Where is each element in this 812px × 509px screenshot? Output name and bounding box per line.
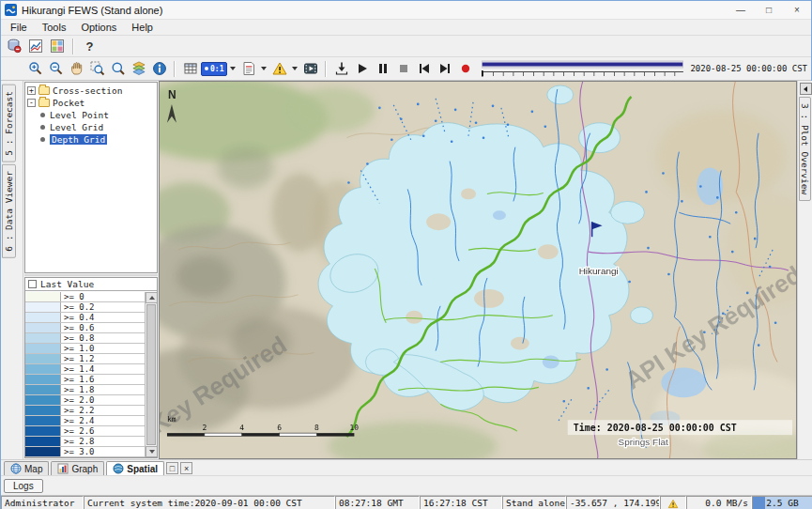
status-warning[interactable]: [660, 496, 686, 509]
interval-dropdown-icon[interactable]: [230, 67, 236, 70]
tree-leaf-depth-grid[interactable]: Depth Grid: [27, 133, 157, 146]
tree-label[interactable]: Cross-section: [53, 85, 122, 96]
maximize-button[interactable]: □: [755, 1, 783, 19]
dock-tab-bar: Map Graph Spatial □ ×: [1, 459, 812, 475]
tree-label[interactable]: Level Grid: [50, 122, 103, 132]
grid-display-button[interactable]: [47, 37, 67, 56]
panel-splitter[interactable]: [24, 274, 158, 276]
legend-value: >= 0.2: [61, 302, 145, 312]
legend-row: >= 2.2: [25, 406, 145, 416]
time-slider[interactable]: [482, 60, 683, 77]
skip-end-button[interactable]: [435, 59, 454, 79]
close-button[interactable]: ×: [783, 1, 811, 19]
map-viewport[interactable]: API Key Required API Key Required Hikura…: [159, 81, 797, 459]
tab-forecast[interactable]: 5 : Forecast: [2, 85, 16, 162]
time-interval-button[interactable]: 0:1: [201, 62, 227, 76]
tab-data-viewer[interactable]: 6 : Data Viewer: [2, 164, 16, 258]
tab-spatial[interactable]: Spatial: [106, 461, 164, 475]
tree-label[interactable]: Pocket: [53, 98, 84, 108]
legend-swatch: [25, 375, 61, 384]
scale-tick: 10: [350, 424, 360, 432]
scroll-up-icon[interactable]: [146, 292, 158, 303]
menu-bar: File Tools Options Help: [1, 20, 811, 36]
animation-button[interactable]: [300, 59, 320, 79]
help-button[interactable]: ?: [80, 37, 100, 56]
pause-button[interactable]: [373, 59, 392, 79]
tab-graph[interactable]: Graph: [51, 461, 104, 475]
layer-dot-icon: [40, 125, 45, 130]
time-series-icon: [28, 39, 43, 54]
tab-plot-overview[interactable]: 3 : Plot Overview: [799, 97, 811, 201]
app-icon: [5, 4, 17, 16]
stop-button[interactable]: [393, 59, 413, 79]
zoom-in-button[interactable]: [25, 59, 45, 79]
scrollbar-thumb[interactable]: [146, 304, 156, 445]
interval-label: 0:1: [210, 65, 223, 73]
tree-label[interactable]: Level Point: [50, 110, 109, 120]
logs-button[interactable]: Logs: [4, 479, 43, 493]
legend-value: >= 1.0: [61, 344, 145, 353]
title-bar: Hikurangi FEWS (Stand alone) — □ ×: [1, 1, 811, 20]
menu-file[interactable]: File: [3, 20, 35, 35]
legend-row: >= 2.0: [25, 395, 145, 406]
skip-start-button[interactable]: [414, 59, 434, 79]
globe-icon: [10, 463, 22, 474]
menu-tools[interactable]: Tools: [35, 20, 74, 35]
menu-help[interactable]: Help: [124, 20, 161, 35]
scale-unit-label: km: [167, 415, 176, 424]
tree-leaf-level-grid[interactable]: Level Grid: [27, 121, 157, 133]
scroll-down-icon[interactable]: [146, 446, 158, 457]
export-button[interactable]: [331, 59, 351, 79]
pan-button[interactable]: [67, 59, 86, 79]
zoom-extent-button[interactable]: [108, 59, 128, 79]
last-value-checkbox[interactable]: [28, 280, 37, 288]
tree-node-cross-section[interactable]: + Cross-section: [27, 85, 157, 97]
record-icon: [460, 63, 471, 74]
tree-label-selected[interactable]: Depth Grid: [50, 134, 107, 145]
zoom-box-button[interactable]: [87, 59, 107, 79]
tree-node-pocket[interactable]: - Pocket: [27, 97, 157, 109]
map-toolbar: 0:1: [1, 57, 811, 81]
threshold-warning-button[interactable]: [269, 59, 289, 79]
legend-scrollbar[interactable]: [145, 292, 157, 457]
expand-icon[interactable]: +: [27, 86, 36, 95]
status-coordinates: -35.657 , 174.199: [566, 496, 660, 509]
play-icon: [357, 63, 368, 74]
collapse-icon[interactable]: -: [27, 99, 36, 107]
tab-map[interactable]: Map: [4, 461, 49, 475]
report-button[interactable]: [238, 59, 258, 79]
time-series-display-button[interactable]: [25, 37, 45, 56]
legend-header: Last Value: [25, 278, 157, 291]
legend-row: >= 0: [25, 292, 145, 302]
report-dropdown-icon[interactable]: [261, 67, 267, 70]
grid-layer-button[interactable]: [180, 59, 200, 79]
info-button[interactable]: [149, 59, 169, 79]
map-canvas[interactable]: API Key Required API Key Required Hikura…: [160, 82, 796, 458]
status-cst-time: 16:27:18 CST: [420, 496, 502, 509]
layers-button[interactable]: [129, 59, 148, 79]
warning-dropdown-icon[interactable]: [292, 67, 298, 70]
legend-swatch: [25, 323, 61, 332]
minimize-button[interactable]: —: [727, 1, 755, 19]
scale-tick: 6: [277, 424, 282, 432]
legend-value: >= 1.8: [61, 385, 145, 394]
zoom-extent-icon: [111, 61, 126, 76]
svg-text:Time: 2020-08-25 00:00:00 CST: Time: 2020-08-25 00:00:00 CST: [574, 423, 737, 433]
collapse-strip-button[interactable]: [800, 83, 812, 95]
legend-row: >= 3.0: [25, 447, 145, 457]
close-panel-button[interactable]: ×: [180, 462, 192, 474]
left-tab-strip: 5 : Forecast 6 : Data Viewer: [1, 81, 23, 459]
zoom-out-button[interactable]: [46, 59, 66, 79]
menu-options[interactable]: Options: [73, 20, 124, 35]
tree-leaf-level-point[interactable]: Level Point: [27, 109, 157, 121]
play-button[interactable]: [352, 59, 372, 79]
legend-swatch: [25, 292, 61, 301]
tab-graph-label: Graph: [71, 464, 98, 474]
legend-row: >= 2.6: [25, 426, 145, 437]
legend-swatch: [25, 395, 61, 405]
tab-spatial-label: Spatial: [127, 464, 158, 474]
float-panel-button[interactable]: □: [166, 462, 178, 474]
spatial-sidebar: + Cross-section - Pocket Level Point: [23, 81, 159, 459]
record-button[interactable]: [455, 59, 475, 79]
database-button[interactable]: [4, 37, 23, 56]
